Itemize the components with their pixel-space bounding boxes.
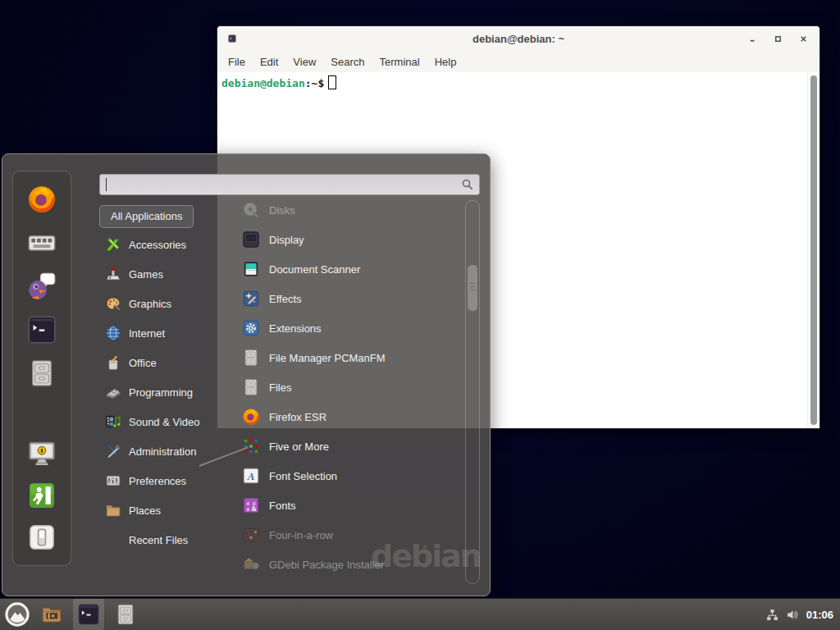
application-item[interactable]: A Font Selection (221, 461, 463, 491)
categories-column: All Applications Accessories Games Graph… (99, 205, 224, 555)
search-input[interactable] (99, 174, 480, 195)
terminal-titlebar[interactable]: debian@debian: ~ (217, 26, 819, 51)
terminal-menu-item[interactable]: Edit (253, 56, 285, 68)
network-icon[interactable] (765, 608, 779, 622)
terminal-menu-item[interactable]: View (285, 56, 323, 68)
font-selection-icon: A (242, 467, 260, 485)
terminal-cursor (328, 75, 336, 89)
session-button[interactable] (27, 523, 57, 552)
pidgin-icon (27, 272, 57, 301)
all-applications-button[interactable]: All Applications (99, 205, 194, 228)
application-item[interactable]: GDebi Package Installer (221, 550, 463, 579)
firefox-icon (242, 408, 260, 426)
favorite-app-button[interactable] (27, 185, 57, 214)
category-item[interactable]: Administration (99, 436, 224, 466)
favorite-apps-group (27, 171, 57, 388)
file-cabinet-icon (27, 358, 57, 388)
application-item[interactable]: Display (221, 225, 463, 254)
gdebi-icon (242, 555, 260, 573)
clock[interactable]: 01:06 (806, 609, 833, 621)
administration-icon (105, 443, 121, 459)
prompt-suffix: :~$ (305, 77, 324, 89)
shutdown-icon (27, 523, 57, 552)
application-item[interactable]: Four-in-a-row (221, 520, 463, 550)
applications-list: Disks Display Document Scanner Effects (221, 195, 463, 587)
fonts-icon: aaa& (242, 496, 260, 514)
keyboard-icon (27, 228, 57, 258)
window-controls (748, 26, 808, 51)
menu-button[interactable] (4, 601, 30, 628)
graphics-icon (105, 295, 121, 312)
terminal-icon (27, 315, 57, 345)
extensions-icon (242, 319, 260, 337)
search-icon (461, 178, 474, 191)
menu-logo-icon (4, 601, 30, 628)
five-or-more-icon (242, 437, 260, 455)
category-item[interactable]: Recent Files (99, 525, 224, 555)
prompt-user-host: debian@debian (221, 77, 305, 89)
application-item[interactable]: Files (221, 372, 463, 402)
application-item[interactable]: Effects (221, 284, 463, 313)
internet-icon (105, 325, 121, 341)
application-item[interactable]: File Manager PCManFM (221, 343, 463, 372)
terminal-icon (77, 603, 100, 626)
category-item[interactable]: Accessories (99, 230, 224, 259)
sound-video-icon (105, 413, 121, 430)
close-button[interactable] (799, 34, 808, 43)
terminal-title: debian@debian: ~ (217, 33, 819, 45)
terminal-scrollbar-thumb[interactable] (810, 75, 817, 425)
favorite-app-button[interactable] (27, 315, 57, 345)
terminal-menu-item[interactable]: File (221, 56, 253, 68)
category-item[interactable]: Office (99, 348, 224, 377)
office-icon (105, 354, 121, 371)
maximize-button[interactable] (774, 34, 783, 43)
taskbar-launcher[interactable] (73, 599, 104, 630)
terminal-scrollbar[interactable] (807, 73, 819, 427)
taskbar-launcher[interactable] (110, 599, 141, 630)
favorite-app-button[interactable] (27, 358, 57, 388)
volume-icon[interactable] (786, 608, 800, 622)
effects-icon (242, 290, 260, 308)
programming-icon (105, 384, 121, 400)
taskbar: 01:06 (0, 598, 840, 630)
favorite-app-button[interactable] (27, 228, 57, 258)
application-item[interactable]: Disks (221, 195, 463, 225)
menu-scrollbar-thumb[interactable] (468, 265, 477, 311)
category-item[interactable]: Games (99, 259, 224, 289)
application-item[interactable]: aaa& Fonts (221, 491, 463, 520)
taskbar-launcher[interactable] (36, 599, 67, 630)
file-cabinet-icon (242, 378, 260, 396)
svg-text:&: & (251, 505, 257, 513)
document-scanner-icon (242, 260, 260, 278)
session-button[interactable] (27, 439, 57, 468)
file-cabinet-icon (242, 349, 260, 367)
terminal-menu-item[interactable]: Help (427, 56, 464, 68)
application-item[interactable]: Firefox ESR (221, 402, 463, 431)
terminal-menu-item[interactable]: Terminal (372, 56, 427, 68)
application-item[interactable]: Extensions (221, 313, 463, 343)
category-item[interactable]: Programming (99, 377, 224, 407)
application-item[interactable]: Document Scanner (221, 254, 463, 284)
application-item[interactable]: Five or More (221, 431, 463, 461)
category-item[interactable]: Graphics (99, 289, 224, 318)
places-icon (105, 502, 121, 518)
category-item[interactable]: Preferences (99, 466, 224, 495)
games-icon (105, 266, 121, 282)
terminal-menu-item[interactable]: Search (323, 56, 372, 68)
favorite-app-button[interactable] (27, 272, 57, 301)
file-cabinet-icon (114, 603, 137, 626)
svg-text:a: a (247, 505, 250, 513)
text-caret (106, 178, 107, 191)
firefox-icon (27, 185, 57, 214)
category-item[interactable]: Sound & Video (99, 407, 224, 436)
category-item[interactable]: Places (99, 495, 224, 525)
system-tray: 01:06 (765, 608, 840, 622)
session-button[interactable] (27, 481, 57, 510)
category-item[interactable]: Internet (99, 318, 224, 348)
desktop: debian debian@debian: ~ File Edit View S… (0, 0, 840, 630)
logout-icon (27, 481, 57, 510)
folder-icon (40, 603, 63, 626)
disks-icon (242, 201, 260, 219)
menu-scrollbar[interactable] (465, 200, 480, 584)
minimize-button[interactable] (748, 34, 757, 43)
